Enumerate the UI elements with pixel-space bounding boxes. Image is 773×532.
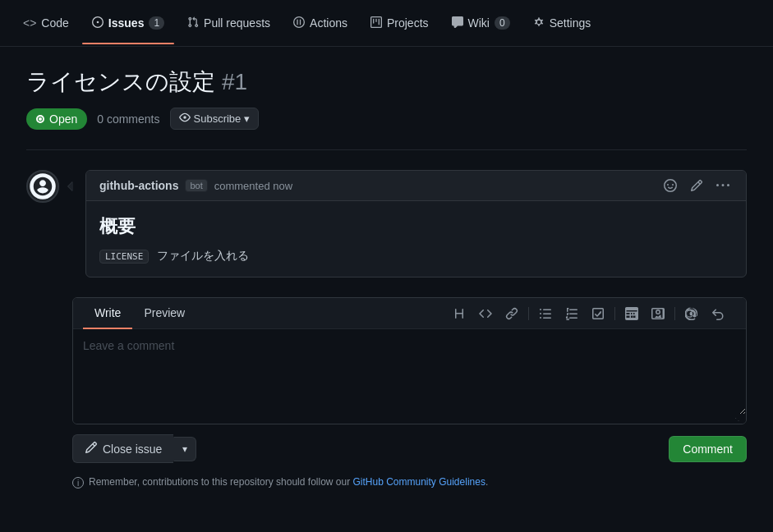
nav-settings[interactable]: Settings bbox=[523, 10, 601, 37]
comment-actions bbox=[660, 177, 733, 194]
comment-header: github-actions bot commented now bbox=[86, 171, 746, 201]
code-icon: <> bbox=[23, 16, 36, 30]
toolbar-sep-3 bbox=[674, 307, 675, 320]
nav-code[interactable]: <> Code bbox=[13, 10, 79, 36]
write-toolbar bbox=[441, 299, 736, 328]
bot-badge: bot bbox=[185, 179, 207, 192]
comment-author: github-actions bot commented now bbox=[99, 179, 292, 192]
open-badge: Open bbox=[26, 108, 87, 130]
toolbar-link-button[interactable] bbox=[500, 304, 523, 323]
toolbar-undo-button[interactable] bbox=[706, 304, 729, 323]
comment-textarea[interactable] bbox=[73, 329, 746, 415]
nav-issues-label: Issues bbox=[108, 16, 145, 30]
close-issue-dropdown-button[interactable]: ▾ bbox=[173, 437, 196, 461]
close-issue-button[interactable]: Close issue bbox=[72, 434, 173, 463]
comment-section: github-actions bot commented now bbox=[26, 170, 747, 277]
subscribe-label: Subscribe bbox=[194, 112, 242, 125]
footer-note: i Remember, contributions to this reposi… bbox=[72, 476, 747, 488]
page-content: ライセンスの設定 #1 Open 0 comments Subscribe ▾ bbox=[0, 47, 773, 508]
tab-preview[interactable]: Preview bbox=[132, 298, 196, 329]
close-issue-group: Close issue ▾ bbox=[72, 434, 196, 463]
toolbar-mention-button[interactable] bbox=[680, 304, 703, 323]
comment-time: commented now bbox=[214, 180, 292, 192]
toolbar-table-button[interactable] bbox=[620, 304, 643, 323]
footer-text: Remember, contributions to this reposito… bbox=[89, 476, 488, 488]
avatar bbox=[26, 170, 59, 203]
nav-code-label: Code bbox=[41, 16, 68, 30]
eye-icon bbox=[179, 112, 191, 126]
issues-icon bbox=[92, 16, 104, 30]
toolbar-heading-button[interactable] bbox=[448, 304, 471, 323]
toolbar-task-list-button[interactable] bbox=[587, 304, 610, 323]
comment-body: 概要 LICENSE ファイルを入れる bbox=[86, 201, 746, 277]
comment-content: LICENSE ファイルを入れる bbox=[99, 249, 733, 264]
write-tabs: Write Preview bbox=[73, 298, 746, 329]
info-icon: i bbox=[72, 477, 84, 488]
action-row: Close issue ▾ Comment bbox=[72, 434, 747, 463]
tab-write[interactable]: Write bbox=[83, 298, 132, 329]
wiki-badge: 0 bbox=[495, 16, 510, 30]
nav-settings-label: Settings bbox=[550, 16, 591, 30]
settings-icon bbox=[533, 16, 545, 30]
write-tab-group: Write Preview bbox=[83, 298, 196, 328]
projects-icon bbox=[370, 16, 382, 30]
community-guidelines-link[interactable]: GitHub Community Guidelines bbox=[353, 476, 485, 488]
emoji-reaction-button[interactable] bbox=[660, 177, 680, 194]
nav-projects-label: Projects bbox=[387, 16, 429, 30]
issue-title: ライセンスの設定 #1 bbox=[26, 66, 747, 98]
issue-meta: Open 0 comments Subscribe ▾ bbox=[26, 108, 747, 130]
toolbar-image-button[interactable] bbox=[646, 304, 669, 323]
issue-title-text: ライセンスの設定 bbox=[26, 66, 215, 98]
resize-icon: ⋱ bbox=[734, 416, 743, 425]
resize-handle: ⋱ bbox=[73, 417, 746, 424]
edit-comment-button[interactable] bbox=[687, 177, 706, 194]
chevron-down-icon: ▾ bbox=[244, 112, 250, 125]
issues-badge: 1 bbox=[149, 16, 164, 30]
issue-number: #1 bbox=[222, 69, 247, 95]
write-box: Write Preview bbox=[72, 297, 747, 424]
nav-pr-label: Pull requests bbox=[204, 16, 270, 30]
top-nav: <> Code Issues 1 Pull requests Actions bbox=[0, 0, 773, 47]
comment-heading: 概要 bbox=[99, 214, 733, 239]
close-issue-label: Close issue bbox=[103, 443, 162, 456]
divider bbox=[26, 149, 747, 150]
pull-requests-icon bbox=[187, 16, 199, 30]
toolbar-bullet-list-button[interactable] bbox=[534, 304, 557, 323]
wiki-icon bbox=[452, 16, 463, 30]
comment-box: github-actions bot commented now bbox=[85, 170, 747, 277]
nav-projects[interactable]: Projects bbox=[361, 10, 439, 37]
nav-pull-requests[interactable]: Pull requests bbox=[177, 10, 280, 37]
close-issue-icon bbox=[85, 441, 98, 456]
write-section: Write Preview bbox=[72, 297, 747, 488]
open-badge-circle bbox=[36, 115, 44, 123]
nav-actions-label: Actions bbox=[310, 16, 347, 30]
comment-author-name: github-actions bbox=[99, 179, 178, 192]
open-badge-label: Open bbox=[49, 112, 77, 126]
nav-actions[interactable]: Actions bbox=[283, 10, 357, 37]
toolbar-sep-1 bbox=[528, 307, 529, 320]
subscribe-button[interactable]: Subscribe ▾ bbox=[170, 108, 260, 130]
actions-icon bbox=[293, 16, 305, 30]
toolbar-numbered-list-button[interactable] bbox=[560, 304, 583, 323]
nav-wiki-label: Wiki bbox=[468, 16, 490, 30]
license-tag: LICENSE bbox=[99, 250, 149, 264]
more-options-button[interactable] bbox=[713, 177, 733, 194]
nav-wiki[interactable]: Wiki 0 bbox=[442, 10, 520, 37]
toolbar-sep-2 bbox=[614, 307, 615, 320]
toolbar-code-button[interactable] bbox=[474, 304, 497, 323]
nav-issues[interactable]: Issues 1 bbox=[82, 10, 174, 37]
comment-submit-button[interactable]: Comment bbox=[669, 436, 747, 462]
comment-body-text: ファイルを入れる bbox=[157, 249, 249, 262]
comments-count: 0 comments bbox=[97, 112, 159, 126]
